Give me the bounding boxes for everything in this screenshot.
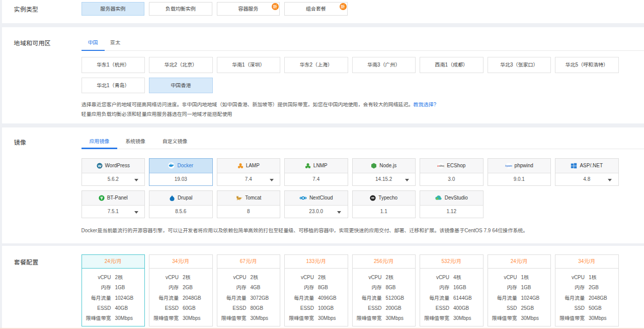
svg-text:phpwind​: phpwind​ bbox=[505, 164, 512, 167]
svg-text:ec​shop​: ec​shop​ bbox=[437, 164, 444, 167]
svg-text:W​: W​ bbox=[98, 163, 101, 168]
